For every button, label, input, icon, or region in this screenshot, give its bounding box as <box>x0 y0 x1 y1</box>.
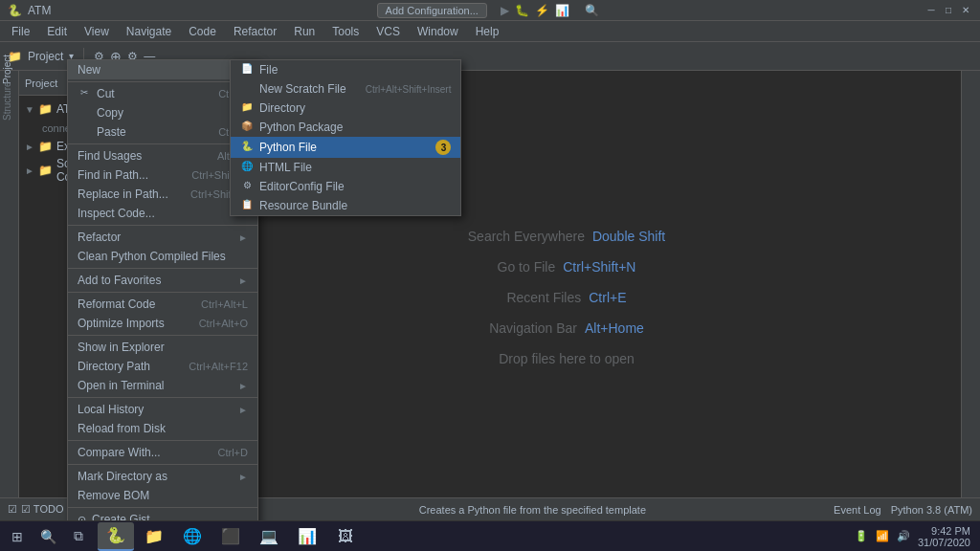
ctx-refactor-arrow: ► <box>238 232 248 243</box>
ctx-inspect-label: Inspect Code... <box>78 207 155 220</box>
ctx-find-in-path-label: Find in Path... <box>78 168 148 182</box>
menu-file[interactable]: File <box>4 23 37 40</box>
ctx-sep-5 <box>68 292 257 293</box>
hint-nav-key: Alt+Home <box>585 320 644 336</box>
ctx-new-label: New <box>78 63 100 77</box>
taskbar-pycharm-app[interactable]: 🐍 <box>98 522 134 551</box>
submenu-python-file[interactable]: 🐍 Python File 3 <box>231 137 460 158</box>
taskbar-chrome-app[interactable]: 🌐 <box>174 522 211 551</box>
ctx-cut-label: Cut <box>97 87 115 100</box>
profile-icon[interactable]: 📊 <box>555 4 569 17</box>
status-event-log[interactable]: Event Log <box>834 504 881 516</box>
submenu-file-icon: 📄 <box>240 63 254 77</box>
sidebar-structure-tab[interactable]: Structure <box>2 111 17 124</box>
taskbar-battery-icon: 🔋 <box>855 530 868 542</box>
maximize-button[interactable]: □ <box>942 4 955 17</box>
submenu-python-package[interactable]: 📦 Python Package <box>231 118 460 137</box>
tree-ext-folder-icon: 📁 <box>38 140 53 153</box>
submenu-scratch-label: New Scratch File <box>259 82 346 96</box>
submenu-editorconfig-label: EditorConfig File <box>259 180 345 193</box>
ctx-directory-path[interactable]: Directory Path Ctrl+Alt+F12 <box>68 357 257 376</box>
menu-refactor[interactable]: Refactor <box>226 23 284 40</box>
minimize-button[interactable]: ─ <box>924 4 938 17</box>
submenu-scratch-file[interactable]: New Scratch File Ctrl+Alt+Shift+Insert <box>231 79 460 99</box>
ctx-mark-directory[interactable]: Mark Directory as ► <box>68 467 257 486</box>
ctx-clean-compiled[interactable]: Clean Python Compiled Files <box>68 247 257 266</box>
menu-tools[interactable]: Tools <box>324 23 367 40</box>
ctx-optimize-imports[interactable]: Optimize Imports Ctrl+Alt+O <box>68 314 257 333</box>
taskbar-right: 🔋 📶 🔊 9:42 PM 31/07/2020 <box>855 525 978 548</box>
ctx-terminal-arrow: ► <box>238 381 248 391</box>
taskbar-time: 9:42 PM <box>931 525 970 537</box>
debug-icon[interactable]: 🐛 <box>515 4 529 17</box>
hint-recent-files: Recent Files Ctrl+E <box>506 290 626 305</box>
toolbar-project-label: Project <box>28 50 63 63</box>
ctx-sep-3 <box>68 225 257 226</box>
start-button[interactable]: ⊞ <box>2 522 33 551</box>
taskbar-explorer-app[interactable]: 📁 <box>136 522 172 551</box>
ctx-reformat[interactable]: Reformat Code Ctrl+Alt+L <box>68 295 257 314</box>
right-sidebar <box>961 71 980 524</box>
tree-atm-folder-icon: 📁 <box>38 102 53 116</box>
menu-navigate[interactable]: Navigate <box>119 23 179 40</box>
search-icon[interactable]: 🔍 <box>585 4 599 17</box>
ctx-reformat-label: Reformat Code <box>78 298 155 311</box>
ctx-local-history[interactable]: Local History ► <box>68 400 257 419</box>
taskbar-code-app[interactable]: 💻 <box>251 522 287 551</box>
submenu-resource-bundle[interactable]: 📋 Resource Bundle <box>231 196 460 215</box>
add-configuration-button[interactable]: Add Configuration... <box>377 3 487 18</box>
ctx-remove-bom[interactable]: Remove BOM <box>68 486 257 505</box>
search-taskbar-button[interactable]: 🔍 <box>33 522 63 551</box>
taskbar-wifi-icon: 📶 <box>876 530 889 542</box>
hint-goto-key: Ctrl+Shift+N <box>563 259 635 275</box>
menu-window[interactable]: Window <box>410 23 466 40</box>
hint-nav-text: Navigation Bar <box>489 320 577 336</box>
ctx-open-terminal[interactable]: Open in Terminal ► <box>68 376 257 395</box>
taskbar-app-7[interactable]: 🖼 <box>327 522 364 551</box>
submenu-directory[interactable]: 📁 Directory <box>231 99 460 118</box>
hint-drop-text: Drop files here to open <box>499 351 635 366</box>
taskbar-app-6[interactable]: 📊 <box>289 522 325 551</box>
menu-code[interactable]: Code <box>181 23 224 40</box>
todo-icon: ☑ <box>8 503 17 516</box>
submenu-resource-label: Resource Bundle <box>259 199 347 212</box>
ctx-show-explorer[interactable]: Show in Explorer <box>68 338 257 357</box>
menu-run[interactable]: Run <box>286 23 323 40</box>
menu-view[interactable]: View <box>77 23 117 40</box>
submenu-file[interactable]: 📄 File <box>231 60 460 79</box>
task-view-button[interactable]: ⧉ <box>63 522 94 551</box>
ctx-compare-with[interactable]: Compare With... Ctrl+D <box>68 443 257 462</box>
hint-nav-bar: Navigation Bar Alt+Home <box>489 320 644 336</box>
ctx-reload-disk[interactable]: Reload from Disk <box>68 419 257 438</box>
menu-vcs[interactable]: VCS <box>368 23 408 40</box>
ctx-refactor[interactable]: Refactor ► <box>68 228 257 247</box>
ctx-cut-icon: ✂ <box>78 87 91 100</box>
submenu-file-label: File <box>259 63 278 77</box>
python-version-label: Python 3.8 (ATM) <box>891 504 972 516</box>
submenu-editorconfig[interactable]: ⚙ EditorConfig File <box>231 177 460 196</box>
tree-atm-arrow: ▼ <box>25 104 34 115</box>
windows-taskbar: ⊞ 🔍 ⧉ 🐍 📁 🌐 ⬛ 💻 📊 🖼 🔋 📶 🔊 9:42 PM 31/07/… <box>0 520 980 551</box>
submenu-pkg-label: Python Package <box>259 121 343 134</box>
status-python-version[interactable]: Python 3.8 (ATM) <box>891 504 972 516</box>
status-todo[interactable]: ☑ ☑ TODO <box>8 503 63 516</box>
hint-search-text: Search Everywhere <box>468 229 585 244</box>
menu-help[interactable]: Help <box>468 23 507 40</box>
ctx-favorites-label: Add to Favorites <box>78 274 161 287</box>
hint-goto-text: Go to File <box>498 259 556 275</box>
menu-edit[interactable]: Edit <box>39 23 75 40</box>
ctx-sep-9 <box>68 464 257 465</box>
step-badge-3: 3 <box>435 140 451 155</box>
ctx-paste-icon <box>78 125 91 139</box>
left-sidebar: Project Structure <box>0 71 19 524</box>
submenu-html-file[interactable]: 🌐 HTML File <box>231 158 460 177</box>
run-with-coverage-icon[interactable]: ⚡ <box>535 4 549 17</box>
ctx-add-favorites[interactable]: Add to Favorites ► <box>68 271 257 290</box>
run-icon[interactable]: ▶ <box>501 4 509 17</box>
submenu-resource-icon: 📋 <box>240 199 254 212</box>
close-button[interactable]: ✕ <box>959 4 972 17</box>
ctx-terminal-label: Open in Terminal <box>78 379 165 392</box>
ctx-find-usages-label: Find Usages <box>78 149 142 163</box>
ctx-compare-label: Compare With... <box>78 446 161 459</box>
taskbar-terminal-app[interactable]: ⬛ <box>212 522 249 551</box>
